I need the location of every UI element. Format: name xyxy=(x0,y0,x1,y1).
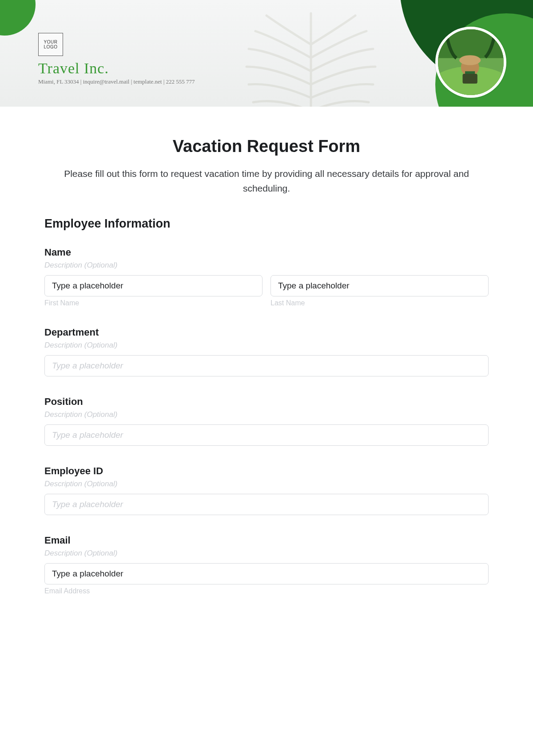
form-container: Vacation Request Form Please fill out th… xyxy=(0,107,533,613)
company-contact-line: Miami, FL 33034 | inquire@travel.mail | … xyxy=(38,78,195,85)
svg-point-4 xyxy=(459,55,481,65)
employee-id-input[interactable] xyxy=(44,494,489,515)
form-intro: Please fill out this form to request vac… xyxy=(44,167,489,196)
field-employee-id: Employee ID Description (Optional) xyxy=(44,465,489,515)
decor-circle-top-left xyxy=(0,0,36,36)
svg-rect-6 xyxy=(463,74,477,84)
label-employee-id: Employee ID xyxy=(44,465,489,477)
label-position: Position xyxy=(44,396,489,408)
desc-department: Description (Optional) xyxy=(44,341,489,350)
field-email: Email Description (Optional) Email Addre… xyxy=(44,535,489,595)
label-email: Email xyxy=(44,535,489,546)
sublabel-first-name: First Name xyxy=(44,299,263,307)
sublabel-last-name: Last Name xyxy=(270,299,489,307)
email-input[interactable] xyxy=(44,563,489,584)
desc-email: Description (Optional) xyxy=(44,549,489,558)
department-input[interactable] xyxy=(44,355,489,376)
label-department: Department xyxy=(44,327,489,338)
position-input[interactable] xyxy=(44,424,489,446)
first-name-input[interactable] xyxy=(44,275,263,296)
last-name-input[interactable] xyxy=(270,275,489,296)
logo-text: YOUR LOGO xyxy=(44,40,58,50)
field-position: Position Description (Optional) xyxy=(44,396,489,446)
palm-leaf-decoration xyxy=(231,9,391,107)
company-name: Travel Inc. xyxy=(38,60,109,77)
field-name: Name Description (Optional) First Name L… xyxy=(44,247,489,307)
form-title: Vacation Request Form xyxy=(44,137,489,156)
label-name: Name xyxy=(44,247,489,258)
header-photo xyxy=(435,27,506,98)
section-employee-info: Employee Information xyxy=(44,217,489,231)
desc-position: Description (Optional) xyxy=(44,410,489,419)
desc-employee-id: Description (Optional) xyxy=(44,480,489,488)
field-department: Department Description (Optional) xyxy=(44,327,489,376)
template-header: YOUR LOGO Travel Inc. Miami, FL 33034 | … xyxy=(0,0,533,107)
logo-placeholder: YOUR LOGO xyxy=(38,33,63,56)
desc-name: Description (Optional) xyxy=(44,261,489,270)
sublabel-email: Email Address xyxy=(44,587,489,595)
